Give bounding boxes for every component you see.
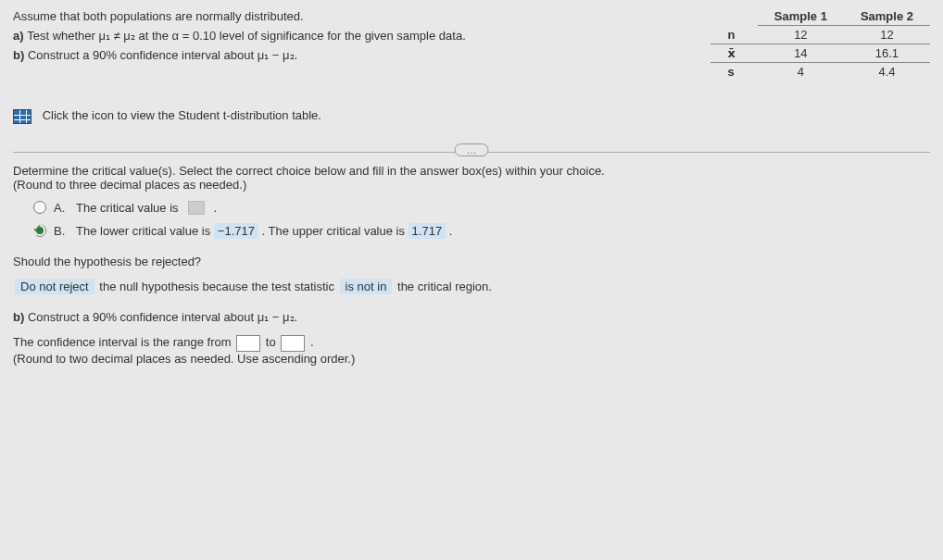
ci-title: Construct a 90% confidence interval abou… xyxy=(28,310,297,324)
choice-a-text: The critical value is xyxy=(76,201,179,215)
reject-mid-1: the null hypothesis because the test sta… xyxy=(99,280,337,293)
intro-text: Assume that both populations are normall… xyxy=(13,7,683,27)
table-header-sample1: Sample 1 xyxy=(758,7,844,26)
cell-s2: 4.4 xyxy=(844,63,930,81)
radio-b[interactable] xyxy=(33,224,46,237)
table-header-blank xyxy=(710,7,757,26)
ci-lower-input[interactable] xyxy=(236,335,260,352)
table-row: s 4 4.4 xyxy=(710,63,930,81)
row-label-n: n xyxy=(710,26,757,44)
ci-upper-input[interactable] xyxy=(281,335,305,352)
part-b-text: Construct a 90% confidence interval abou… xyxy=(28,48,297,62)
ellipsis-badge[interactable]: … xyxy=(455,143,489,156)
choice-b-text-3: . xyxy=(449,224,453,238)
row-label-s: s xyxy=(710,63,757,81)
table-row: x̄ 14 16.1 xyxy=(710,44,930,63)
cell-n2: 12 xyxy=(844,26,930,44)
ci-line-end: . xyxy=(310,335,314,349)
reject-question: Should the hypothesis be rejected? xyxy=(13,255,930,268)
cell-n1: 12 xyxy=(758,26,844,44)
lower-critical-value[interactable]: −1.717 xyxy=(214,223,258,239)
choice-a-input[interactable] xyxy=(188,201,205,215)
critical-round-note: (Round to three decimal places as needed… xyxy=(13,178,930,192)
ci-line-to: to xyxy=(266,335,279,349)
reject-answer-2[interactable]: is not in xyxy=(340,279,393,294)
cell-x1: 14 xyxy=(758,44,844,63)
choice-b-text-2: . The upper critical value is xyxy=(262,224,409,238)
t-table-link[interactable]: Click the icon to view the Student t-dis… xyxy=(13,108,930,124)
row-label-xbar: x̄ xyxy=(710,44,757,63)
t-table-link-text: Click the icon to view the Student t-dis… xyxy=(43,108,321,122)
upper-critical-value[interactable]: 1.717 xyxy=(409,223,446,239)
reject-answer-1[interactable]: Do not reject xyxy=(15,279,94,294)
cell-s1: 4 xyxy=(758,63,844,81)
ci-line-a: The confidence interval is the range fro… xyxy=(13,335,234,349)
choice-a-row[interactable]: A. The critical value is . xyxy=(33,201,930,215)
table-header-sample2: Sample 2 xyxy=(844,7,930,26)
part-a-text: Test whether μ₁ ≠ μ₂ at the α = 0.10 lev… xyxy=(27,29,466,43)
choice-b-text-1: The lower critical value is xyxy=(76,224,214,238)
ci-title-label: b) xyxy=(13,310,28,324)
cell-x2: 16.1 xyxy=(844,44,930,63)
problem-statement: Assume that both populations are normall… xyxy=(13,7,683,65)
part-b-label: b) xyxy=(13,48,28,62)
sample-data-table: Sample 1 Sample 2 n 12 12 x̄ 14 16.1 s 4… xyxy=(710,7,930,81)
table-icon[interactable] xyxy=(13,109,31,124)
choice-b-letter: B. xyxy=(54,224,69,238)
part-a-label: a) xyxy=(13,29,27,43)
reject-mid-2: the critical region. xyxy=(397,280,492,293)
choice-b-row[interactable]: B. The lower critical value is −1.717 . … xyxy=(33,224,930,238)
radio-a[interactable] xyxy=(33,201,46,214)
critical-instruction: Determine the critical value(s). Select … xyxy=(13,164,930,178)
choice-a-letter: A. xyxy=(54,201,69,215)
table-row: n 12 12 xyxy=(710,26,930,44)
ci-round-note: (Round to two decimal places as needed. … xyxy=(13,352,930,366)
